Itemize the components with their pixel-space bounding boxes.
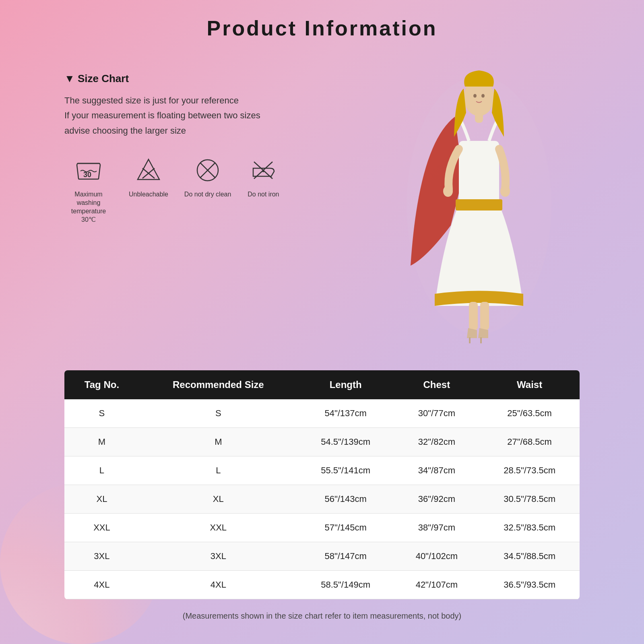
size-table-section: Tag No. Recommended Size Length Chest Wa… xyxy=(64,370,580,621)
cell-3-3: 36"/92cm xyxy=(394,485,480,514)
cell-3-4: 30.5"/78.5cm xyxy=(479,485,580,514)
desc-line2: If your measurement is floating between … xyxy=(64,108,378,123)
table-body: SS54"/137cm30"/77cm25"/63.5cmMM54.5"/139… xyxy=(64,399,580,599)
cell-0-1: S xyxy=(139,399,297,428)
cell-2-3: 34"/87cm xyxy=(394,456,480,485)
table-row: 3XL3XL58"/147cm40"/102cm34.5"/88.5cm xyxy=(64,542,580,571)
cell-5-3: 40"/102cm xyxy=(394,542,480,571)
size-chart-description: The suggested size is just for your refe… xyxy=(64,93,378,138)
header-row: Tag No. Recommended Size Length Chest Wa… xyxy=(64,370,580,399)
no-bleach-label: Unbleachable xyxy=(129,190,168,199)
model-svg xyxy=(394,64,564,346)
svg-rect-21 xyxy=(469,337,471,343)
page-title: Product Information xyxy=(64,16,580,40)
svg-text:30: 30 xyxy=(83,171,91,179)
care-icons-row: 30 Maximum washingtemperature 30℃ xyxy=(64,154,378,224)
care-item-no-iron: Do not iron xyxy=(247,154,279,199)
cell-0-0: S xyxy=(64,399,139,428)
table-row: MM54.5"/139cm32"/82cm27"/68.5cm xyxy=(64,428,580,456)
cell-4-2: 57"/145cm xyxy=(297,514,394,542)
cell-5-0: 3XL xyxy=(64,542,139,571)
table-row: LL55.5"/141cm34"/87cm28.5"/73.5cm xyxy=(64,456,580,485)
cell-2-0: L xyxy=(64,456,139,485)
wash-label: Maximum washingtemperature 30℃ xyxy=(64,190,113,224)
cell-4-3: 38"/97cm xyxy=(394,514,480,542)
cell-0-2: 54"/137cm xyxy=(297,399,394,428)
no-dry-clean-icon xyxy=(192,154,224,186)
no-dry-clean-label: Do not dry clean xyxy=(184,190,231,199)
size-table: Tag No. Recommended Size Length Chest Wa… xyxy=(64,370,580,599)
desc-line1: The suggested size is just for your refe… xyxy=(64,93,378,108)
table-row: 4XL4XL58.5"/149cm42"/107cm36.5"/93.5cm xyxy=(64,571,580,599)
table-row: XLXL56"/143cm36"/92cm30.5"/78.5cm xyxy=(64,485,580,514)
model-image-area xyxy=(378,64,580,346)
cell-3-2: 56"/143cm xyxy=(297,485,394,514)
svg-point-16 xyxy=(481,94,485,98)
cell-6-1: 4XL xyxy=(139,571,297,599)
care-item-no-dry-clean: Do not dry clean xyxy=(184,154,231,199)
cell-1-2: 54.5"/139cm xyxy=(297,428,394,456)
col-chest: Chest xyxy=(394,370,480,399)
col-waist: Waist xyxy=(479,370,580,399)
cell-6-0: 4XL xyxy=(64,571,139,599)
care-item-no-bleach: Unbleachable xyxy=(129,154,168,199)
no-bleach-icon xyxy=(132,154,165,186)
cell-3-1: XL xyxy=(139,485,297,514)
cell-3-0: XL xyxy=(64,485,139,514)
cell-4-1: XXL xyxy=(139,514,297,542)
cell-6-4: 36.5"/93.5cm xyxy=(479,571,580,599)
cell-6-2: 58.5"/149cm xyxy=(297,571,394,599)
care-section: ▼ Size Chart The suggested size is just … xyxy=(64,64,378,224)
no-iron-icon xyxy=(247,154,279,186)
cell-1-0: M xyxy=(64,428,139,456)
main-container: Product Information ▼ Size Chart The sug… xyxy=(40,0,604,637)
col-recommended-size: Recommended Size xyxy=(139,370,297,399)
svg-rect-22 xyxy=(480,337,482,343)
cell-2-2: 55.5"/141cm xyxy=(297,456,394,485)
cell-5-2: 58"/147cm xyxy=(297,542,394,571)
svg-rect-20 xyxy=(480,302,489,330)
svg-point-18 xyxy=(443,186,453,197)
table-note: (Measurements shown in the size chart re… xyxy=(64,611,580,621)
cell-2-4: 28.5"/73.5cm xyxy=(479,456,580,485)
cell-6-3: 42"/107cm xyxy=(394,571,480,599)
table-header: Tag No. Recommended Size Length Chest Wa… xyxy=(64,370,580,399)
cell-5-1: 3XL xyxy=(139,542,297,571)
cell-4-4: 32.5"/83.5cm xyxy=(479,514,580,542)
svg-point-17 xyxy=(500,186,510,197)
cell-2-1: L xyxy=(139,456,297,485)
cell-1-3: 32"/82cm xyxy=(394,428,480,456)
cell-1-1: M xyxy=(139,428,297,456)
cell-5-4: 34.5"/88.5cm xyxy=(479,542,580,571)
cell-0-4: 25"/63.5cm xyxy=(479,399,580,428)
no-iron-label: Do not iron xyxy=(248,190,279,199)
table-row: XXLXXL57"/145cm38"/97cm32.5"/83.5cm xyxy=(64,514,580,542)
col-length: Length xyxy=(297,370,394,399)
svg-point-15 xyxy=(473,94,477,98)
svg-rect-19 xyxy=(469,302,478,330)
wash-icon: 30 xyxy=(72,154,105,186)
size-chart-heading: ▼ Size Chart xyxy=(64,72,378,85)
top-section: ▼ Size Chart The suggested size is just … xyxy=(64,64,580,346)
care-item-wash: 30 Maximum washingtemperature 30℃ xyxy=(64,154,113,224)
cell-0-3: 30"/77cm xyxy=(394,399,480,428)
cell-4-0: XXL xyxy=(64,514,139,542)
desc-line3: advise choosing the larger size xyxy=(64,123,378,138)
table-row: SS54"/137cm30"/77cm25"/63.5cm xyxy=(64,399,580,428)
cell-1-4: 27"/68.5cm xyxy=(479,428,580,456)
col-tag-no: Tag No. xyxy=(64,370,139,399)
svg-rect-12 xyxy=(456,199,502,211)
